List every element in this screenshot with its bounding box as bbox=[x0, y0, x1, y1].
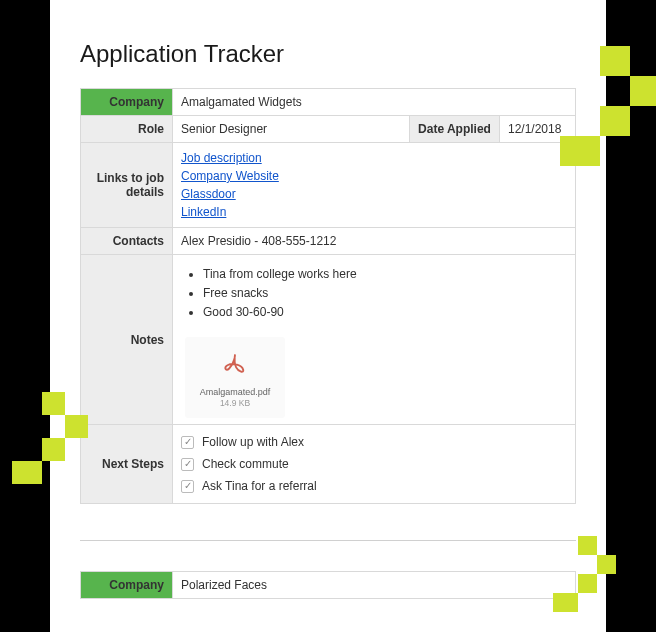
checkbox-icon[interactable] bbox=[181, 458, 194, 471]
date-applied-value: 12/1/2018 bbox=[500, 116, 576, 143]
document-page: Application Tracker Company Amalgamated … bbox=[50, 0, 606, 632]
checkbox-icon[interactable] bbox=[181, 480, 194, 493]
note-item: Good 30-60-90 bbox=[203, 303, 567, 322]
step-text: Check commute bbox=[202, 457, 289, 471]
company-website-link[interactable]: Company Website bbox=[181, 167, 567, 185]
next-steps-label: Next Steps bbox=[81, 425, 173, 504]
linkedin-link[interactable]: LinkedIn bbox=[181, 203, 567, 221]
list-item: Ask Tina for a referral bbox=[181, 475, 567, 497]
step-text: Follow up with Alex bbox=[202, 435, 304, 449]
company-label: Company bbox=[81, 89, 173, 116]
role-value: Senior Designer bbox=[173, 116, 410, 143]
links-cell: Job description Company Website Glassdoo… bbox=[173, 143, 576, 228]
contacts-label: Contacts bbox=[81, 228, 173, 255]
divider bbox=[80, 540, 576, 541]
links-label: Links to job details bbox=[81, 143, 173, 228]
attachment-card[interactable]: Amalgamated.pdf 14.9 KB bbox=[185, 337, 285, 419]
glassdoor-link[interactable]: Glassdoor bbox=[181, 185, 567, 203]
company-label: Company bbox=[81, 572, 173, 599]
note-item: Free snacks bbox=[203, 284, 567, 303]
application-table-2: Company Polarized Faces bbox=[80, 571, 576, 599]
contacts-value: Alex Presidio - 408-555-1212 bbox=[173, 228, 576, 255]
notes-cell: Tina from college works here Free snacks… bbox=[173, 255, 576, 425]
next-steps-cell: Follow up with Alex Check commute Ask Ti… bbox=[173, 425, 576, 504]
pdf-icon bbox=[193, 351, 277, 379]
company-value: Polarized Faces bbox=[173, 572, 576, 599]
page-title: Application Tracker bbox=[80, 40, 576, 68]
role-label: Role bbox=[81, 116, 173, 143]
date-applied-label: Date Applied bbox=[410, 116, 500, 143]
attachment-name: Amalgamated.pdf bbox=[193, 387, 277, 399]
notes-label: Notes bbox=[81, 255, 173, 425]
list-item: Check commute bbox=[181, 453, 567, 475]
list-item: Follow up with Alex bbox=[181, 431, 567, 453]
attachment-size: 14.9 KB bbox=[193, 398, 277, 408]
application-table-1: Company Amalgamated Widgets Role Senior … bbox=[80, 88, 576, 504]
checkbox-icon[interactable] bbox=[181, 436, 194, 449]
company-value: Amalgamated Widgets bbox=[173, 89, 576, 116]
job-description-link[interactable]: Job description bbox=[181, 149, 567, 167]
step-text: Ask Tina for a referral bbox=[202, 479, 317, 493]
note-item: Tina from college works here bbox=[203, 265, 567, 284]
